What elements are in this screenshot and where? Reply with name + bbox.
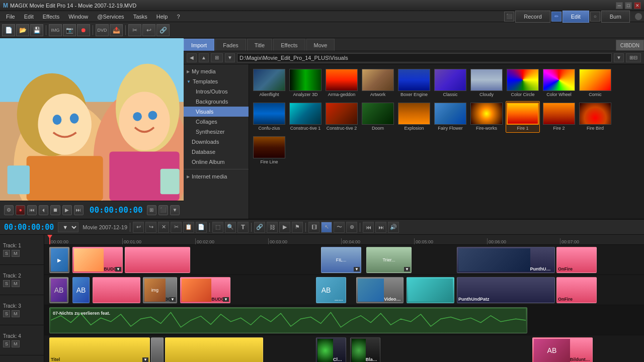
clip-t1-trier[interactable]: Trier... ▼ bbox=[366, 247, 412, 273]
tl-cut-button[interactable]: ✂ bbox=[171, 222, 182, 233]
clip-t2-punth[interactable]: PunthUndPatz bbox=[457, 277, 555, 303]
skip-fwd-button[interactable]: ⏭ bbox=[74, 205, 84, 215]
tab-effects[interactable]: Effects bbox=[273, 39, 305, 51]
tab-import[interactable]: Import bbox=[184, 39, 214, 51]
clip-t2-bud27[interactable]: BUD027.JPG ▼ bbox=[180, 277, 230, 303]
tab-move[interactable]: Move bbox=[306, 39, 335, 51]
clip-t2-onfire[interactable]: OnFire bbox=[556, 277, 597, 303]
tl-text-button[interactable]: T bbox=[237, 222, 249, 233]
close-button[interactable]: ✕ bbox=[634, 2, 641, 9]
track-s-2[interactable]: S bbox=[3, 280, 10, 287]
tl-copy-button[interactable]: 📋 bbox=[183, 222, 194, 233]
tl-skip-fwd-tl[interactable]: ⏭ bbox=[375, 222, 386, 233]
wheel-button[interactable]: ⚙ bbox=[4, 205, 14, 215]
menu-help[interactable]: Help bbox=[152, 13, 172, 21]
skip-back-button[interactable]: ⏮ bbox=[27, 205, 37, 215]
menu-window[interactable]: Window bbox=[64, 13, 92, 21]
tl-link-button[interactable]: 🔗 bbox=[254, 222, 265, 233]
tl-arrow-right-button[interactable]: ▶ bbox=[279, 222, 290, 233]
tree-synthesizer[interactable]: Synthesizer bbox=[184, 127, 249, 137]
prev-extra3[interactable]: ▼ bbox=[170, 205, 180, 215]
visual-item-alienflight[interactable]: Alienflight bbox=[252, 67, 286, 99]
clip-t1-0[interactable]: ▶ bbox=[49, 247, 69, 273]
link-button[interactable]: 🔗 bbox=[156, 24, 170, 36]
save-button[interactable]: 💾 bbox=[30, 24, 43, 36]
visual-item-colorwheel[interactable]: Color Wheel bbox=[542, 67, 576, 99]
visual-item-armageddon[interactable]: Arma-geddon bbox=[325, 67, 359, 99]
tree-my-media[interactable]: ▶ My media bbox=[184, 66, 249, 76]
record-button[interactable]: Record bbox=[515, 11, 550, 23]
visual-item-artwork[interactable]: Artwork bbox=[361, 67, 395, 99]
visual-item-colorcircle[interactable]: Color Circle bbox=[506, 67, 540, 99]
cut-button[interactable]: ✂ bbox=[128, 24, 141, 36]
clip-t4-blackbox[interactable]: Black Box... bbox=[350, 337, 380, 362]
path-go-button[interactable]: ⊞⊟ bbox=[626, 53, 641, 62]
tree-backgrounds[interactable]: Backgrounds bbox=[184, 97, 249, 107]
clip-t2-303[interactable]: img 303558 ▼ bbox=[143, 277, 177, 303]
clip-t1-onfire[interactable]: OnFire bbox=[556, 247, 597, 273]
track-s-1[interactable]: S bbox=[3, 250, 10, 257]
clip-t1-1[interactable]: BUD026.JPG ▼ bbox=[72, 247, 123, 273]
clip-t2-2[interactable] bbox=[93, 277, 140, 303]
burn-dvd-button[interactable]: DVD bbox=[96, 24, 109, 36]
tl-select-button[interactable]: ⬚ bbox=[212, 222, 223, 233]
visual-item-firebird[interactable]: Fire Bird bbox=[578, 101, 612, 133]
clip-t4-bildunt[interactable]: AB Bildunterschrift bbox=[532, 337, 593, 362]
prev-button[interactable]: ⏴ bbox=[39, 205, 48, 215]
tree-visuals[interactable]: Visuals bbox=[184, 107, 249, 117]
new-button[interactable]: 📄 bbox=[2, 24, 15, 36]
visual-item-boxer[interactable]: Boxer Engine bbox=[397, 67, 431, 99]
clip-t4-titel[interactable]: Titel ▼ bbox=[49, 337, 150, 362]
track-m-2[interactable]: M bbox=[12, 280, 20, 287]
visual-item-construct2[interactable]: Construc-tive 2 bbox=[325, 101, 359, 133]
record-btn[interactable]: ⏺ bbox=[77, 24, 90, 36]
menu-tasks[interactable]: Tasks bbox=[129, 13, 151, 21]
nav-back-button[interactable]: ◀ bbox=[187, 53, 197, 62]
tree-internet-media[interactable]: ▶ Internet media bbox=[184, 171, 249, 182]
menu-file[interactable]: File bbox=[2, 13, 19, 21]
nav-up-button[interactable]: ▲ bbox=[199, 53, 209, 62]
path-dropdown-button[interactable]: ▼ bbox=[614, 53, 624, 62]
playhead[interactable] bbox=[49, 235, 50, 244]
open-button[interactable]: 📂 bbox=[16, 24, 29, 36]
record-dot-button[interactable]: ● bbox=[16, 205, 25, 215]
prev-extra2[interactable]: ⬛ bbox=[158, 205, 168, 215]
edit-button[interactable]: Edit bbox=[562, 11, 589, 23]
track-m-4[interactable]: M bbox=[12, 340, 20, 347]
track-s-3[interactable]: S bbox=[3, 310, 10, 317]
track-s-4[interactable]: S bbox=[3, 340, 10, 347]
arrow-button[interactable]: ↩ bbox=[142, 24, 155, 36]
visual-item-fairyflower[interactable]: Fairy Flower bbox=[433, 101, 467, 133]
clip-t4-yellow2[interactable] bbox=[165, 337, 263, 362]
stop-button[interactable]: ⏹ bbox=[50, 205, 60, 215]
tl-film-button[interactable]: 🎞 bbox=[308, 222, 319, 233]
menu-effects[interactable]: Effects bbox=[39, 13, 63, 21]
path-input[interactable] bbox=[237, 53, 612, 62]
clip-t2-0[interactable]: AB bbox=[49, 277, 68, 303]
menu-edit[interactable]: Edit bbox=[20, 13, 38, 21]
export-button[interactable]: 📤 bbox=[110, 24, 123, 36]
visual-item-analyzer3d[interactable]: Analyzer 3D bbox=[288, 67, 323, 99]
clip-t3-audio[interactable]: 07-Nichts zu verlieren feat. bbox=[49, 307, 527, 333]
tl-skip-back-tl[interactable]: ⏮ bbox=[363, 222, 374, 233]
clip-t1-punth[interactable]: PunthUndPatz bbox=[457, 247, 555, 273]
clip-t2-onl[interactable]: AB ...onL... bbox=[316, 277, 346, 303]
tree-downloads[interactable]: Downloads bbox=[184, 137, 249, 147]
tab-fades[interactable]: Fades bbox=[215, 39, 246, 51]
tl-flag-button[interactable]: ⚑ bbox=[292, 222, 303, 233]
timeline-content[interactable]: 00:00:00 00:01:00 00:02:00 00:03:00 00:0… bbox=[44, 235, 644, 362]
visual-item-cloudy[interactable]: Cloudy bbox=[469, 67, 504, 99]
track-m-1[interactable]: M bbox=[12, 250, 20, 257]
tl-undo-button[interactable]: ↩ bbox=[133, 222, 144, 233]
tree-collages[interactable]: Collages bbox=[184, 117, 249, 127]
tree-intros[interactable]: Intros/Outros bbox=[184, 86, 249, 97]
visual-item-explosion[interactable]: Explosion bbox=[397, 101, 431, 133]
tl-cursor-button[interactable]: ↖ bbox=[321, 222, 332, 233]
visual-item-doom[interactable]: Doom bbox=[361, 101, 395, 133]
clip-t1-2[interactable] bbox=[125, 247, 190, 273]
tl-redo-button[interactable]: ↪ bbox=[145, 222, 156, 233]
menu-services[interactable]: @Services bbox=[93, 13, 128, 21]
track-m-3[interactable]: M bbox=[12, 310, 20, 317]
tree-online-album[interactable]: Online Album bbox=[184, 157, 249, 167]
tl-wave-button[interactable]: 〜 bbox=[334, 222, 345, 233]
